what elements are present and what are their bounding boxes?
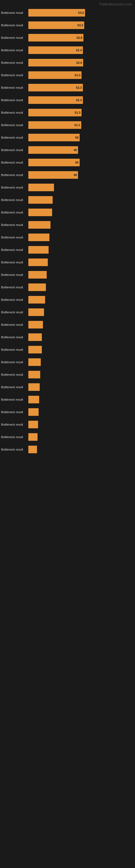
bar-wrapper: 52.3 — [28, 96, 135, 104]
bar: 53.3 — [28, 22, 84, 29]
bar-label: Bottleneck result — [0, 73, 28, 77]
table-row: Bottleneck result51.3 — [0, 108, 135, 118]
bar — [28, 433, 38, 441]
table-row: Bottleneck result — [0, 444, 135, 454]
table-row: Bottleneck result52.6 — [0, 58, 135, 67]
table-row: Bottleneck result — [0, 370, 135, 379]
bar-label: Bottleneck result — [0, 161, 28, 164]
bar-label: Bottleneck result — [0, 148, 28, 152]
table-row: Bottleneck result52.8 — [0, 33, 135, 42]
bar-wrapper — [28, 258, 135, 266]
bar-wrapper: 51.1 — [28, 121, 135, 129]
bar-value: 53.5 — [77, 11, 84, 14]
bar-value: 52.3 — [75, 98, 82, 102]
bar-value: 51.3 — [74, 73, 81, 77]
bar-wrapper: 52.8 — [28, 34, 135, 41]
bar-wrapper — [28, 283, 135, 291]
bar-wrapper — [28, 433, 135, 441]
bar-label: Bottleneck result — [0, 273, 28, 276]
table-row: Bottleneck result — [0, 357, 135, 367]
table-row: Bottleneck result50 — [0, 133, 135, 143]
bar — [28, 358, 41, 366]
bars-container: Bottleneck result53.5Bottleneck result53… — [0, 8, 135, 457]
bar-wrapper — [28, 421, 135, 428]
bar-value: 51.3 — [74, 111, 81, 114]
bar-label: Bottleneck result — [0, 98, 28, 102]
table-row: Bottleneck result53.3 — [0, 20, 135, 30]
bar-label: Bottleneck result — [0, 385, 28, 389]
bar — [28, 383, 40, 391]
bar — [28, 271, 47, 279]
bar-label: Bottleneck result — [0, 336, 28, 339]
bar-wrapper — [28, 234, 135, 241]
bar-wrapper: 49 — [28, 171, 135, 179]
bar-label: Bottleneck result — [0, 173, 28, 177]
table-row: Bottleneck result — [0, 257, 135, 267]
bar — [28, 258, 48, 266]
bar — [28, 234, 49, 241]
bar-wrapper: 51.3 — [28, 71, 135, 79]
bar-label: Bottleneck result — [0, 348, 28, 351]
bar-label: Bottleneck result — [0, 361, 28, 364]
bar — [28, 408, 39, 416]
table-row: Bottleneck result51.1 — [0, 120, 135, 130]
table-row: Bottleneck result — [0, 245, 135, 255]
table-row: Bottleneck result — [0, 320, 135, 330]
bar-value: 50 — [74, 161, 79, 164]
bar-wrapper: 51.3 — [28, 109, 135, 116]
bar-label: Bottleneck result — [0, 410, 28, 414]
bar — [28, 346, 42, 353]
bar-wrapper — [28, 408, 135, 416]
bar-label: Bottleneck result — [0, 311, 28, 314]
bar-value: 53.3 — [77, 24, 83, 27]
table-row: Bottleneck result — [0, 420, 135, 429]
bar-label: Bottleneck result — [0, 49, 28, 52]
bar-wrapper — [28, 383, 135, 391]
bar-label: Bottleneck result — [0, 435, 28, 439]
bar: 50 — [28, 159, 80, 166]
bar: 52.6 — [28, 59, 83, 66]
bar-label: Bottleneck result — [0, 111, 28, 114]
bar — [28, 209, 52, 216]
bar-label: Bottleneck result — [0, 323, 28, 326]
table-row: Bottleneck result52.3 — [0, 83, 135, 93]
bar — [28, 308, 44, 316]
bar: 50 — [28, 134, 80, 141]
bar-wrapper: 50 — [28, 159, 135, 166]
table-row: Bottleneck result — [0, 432, 135, 442]
bar-value: 52.3 — [75, 86, 82, 89]
table-row: Bottleneck result — [0, 382, 135, 392]
bar-label: Bottleneck result — [0, 198, 28, 202]
bar — [28, 396, 39, 403]
bar: 51.3 — [28, 71, 82, 79]
site-title: TheBottlenecker.com — [0, 0, 135, 7]
bar — [28, 446, 37, 453]
table-row: Bottleneck result49 — [0, 170, 135, 180]
bar-label: Bottleneck result — [0, 286, 28, 289]
bar — [28, 371, 40, 378]
bar-label: Bottleneck result — [0, 236, 28, 239]
bar: 52.4 — [28, 46, 83, 54]
bar — [28, 283, 46, 291]
bar-wrapper — [28, 184, 135, 191]
bar-wrapper: 52.4 — [28, 46, 135, 54]
table-row: Bottleneck result51.3 — [0, 70, 135, 80]
bar-label: Bottleneck result — [0, 123, 28, 127]
bar-value: 50 — [74, 136, 79, 139]
table-row: Bottleneck result — [0, 232, 135, 242]
bar-label: Bottleneck result — [0, 423, 28, 426]
bar-value: 49 — [73, 148, 77, 152]
bar — [28, 296, 45, 304]
bar-value: 51.1 — [74, 123, 80, 127]
bar-wrapper — [28, 358, 135, 366]
bar — [28, 333, 42, 341]
bar-wrapper: 50 — [28, 134, 135, 141]
table-row: Bottleneck result — [0, 345, 135, 354]
bar-wrapper — [28, 308, 135, 316]
bar — [28, 221, 50, 229]
bar — [28, 196, 53, 204]
table-row: Bottleneck result — [0, 295, 135, 305]
bar-label: Bottleneck result — [0, 86, 28, 89]
table-row: Bottleneck result — [0, 332, 135, 342]
bar: 52.3 — [28, 96, 83, 104]
